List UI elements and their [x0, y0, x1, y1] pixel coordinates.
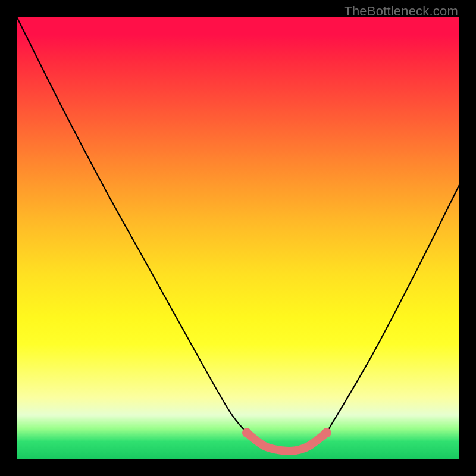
flat-zone-endpoint-right [322, 428, 331, 437]
bottleneck-curve-right [327, 185, 459, 433]
watermark-text: TheBottleneck.com [344, 4, 458, 19]
bottleneck-curve-left [17, 17, 247, 433]
flat-zone-highlight [247, 433, 327, 451]
chart-frame: TheBottleneck.com [0, 0, 476, 476]
bottleneck-curve-svg [17, 17, 459, 459]
flat-zone-endpoint-left [242, 428, 252, 437]
